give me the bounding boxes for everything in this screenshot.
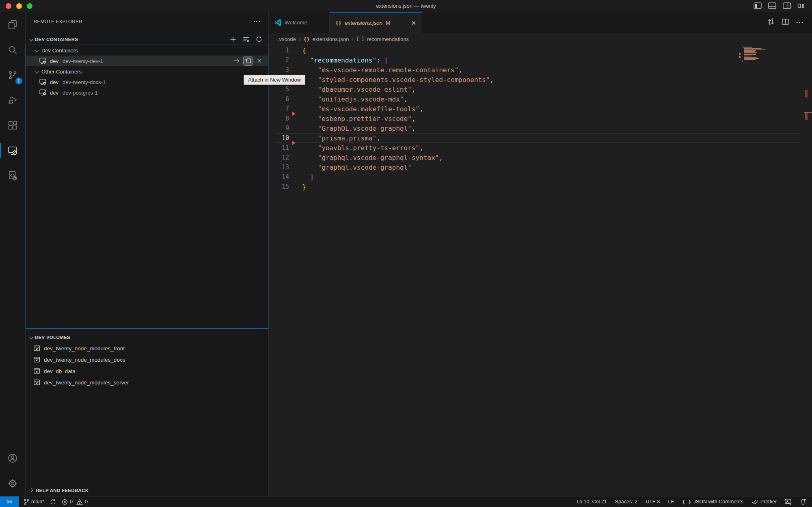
dev-containers-section-header[interactable]: DEV CONTAINERS <box>26 28 268 45</box>
line-number: 2 <box>269 56 289 64</box>
volume-row[interactable]: dev_twenty_node_modules_docs <box>26 354 268 365</box>
zoom-window-button[interactable] <box>27 3 32 9</box>
clear-filter-icon[interactable] <box>242 35 251 44</box>
git-deleted-lines-marker <box>292 112 296 116</box>
breadcrumb-symbol[interactable]: recommendations <box>367 36 409 42</box>
toggle-primary-sidebar-icon[interactable] <box>754 2 762 9</box>
tree-group-row[interactable]: Other Containers <box>26 66 268 77</box>
settings-gear-icon[interactable] <box>0 471 26 496</box>
extensions-icon[interactable] <box>0 113 26 138</box>
container-name: dev <box>50 79 58 85</box>
dev-volumes-section-header[interactable]: DEV VOLUMES <box>26 332 268 343</box>
window-title: extensions.json — twenty <box>0 3 812 9</box>
sync-icon <box>50 499 56 505</box>
source-control-icon[interactable]: 1 <box>0 63 26 88</box>
eol-sequence[interactable]: LF <box>668 499 674 505</box>
dev-volumes-list: dev_twenty_node_modules_frontdev_twenty_… <box>26 343 268 388</box>
close-tab-icon[interactable]: ✕ <box>411 19 416 27</box>
accounts-icon[interactable] <box>0 446 26 471</box>
minimize-window-button[interactable] <box>16 3 22 9</box>
split-editor-icon[interactable] <box>782 19 789 26</box>
remove-container-icon[interactable] <box>255 56 264 65</box>
sidebar-more-actions-icon[interactable]: ··· <box>253 19 261 24</box>
volume-icon <box>34 345 40 352</box>
volume-icon <box>34 356 40 363</box>
code-line[interactable]: 7 "ms-vscode.makefile-tools", <box>269 104 812 114</box>
code-line[interactable]: 6 "unifiedjs.vscode-mdx", <box>269 94 812 104</box>
close-window-button[interactable] <box>6 3 11 9</box>
add-container-icon[interactable] <box>229 35 238 44</box>
help-and-feedback-section-header[interactable]: HELP AND FEEDBACK <box>26 484 268 496</box>
code-editor[interactable]: 1{2 "recommendations": [3 "ms-vscode-rem… <box>269 45 812 496</box>
customize-layout-icon[interactable] <box>797 2 805 9</box>
container-description: dev-postgres-1 <box>63 90 98 96</box>
volume-row[interactable]: dev_twenty_node_modules_front <box>26 343 268 354</box>
container-name: dev <box>50 58 58 64</box>
attach-in-new-window-icon[interactable] <box>244 56 253 65</box>
window-controls <box>6 3 32 9</box>
code-line[interactable]: 3 "ms-vscode-remote.remote-containers", <box>269 65 812 75</box>
attach-to-container-icon[interactable] <box>232 56 241 65</box>
explorer-icon[interactable] <box>0 12 26 37</box>
overview-ruler-deletion-mark <box>805 90 808 97</box>
chevron-right-icon <box>29 488 33 492</box>
code-line[interactable]: 8 "esbenp.prettier-vscode", <box>269 114 812 123</box>
tree-container-row[interactable]: devdev-twenty-docs-1 <box>26 77 268 87</box>
vscode-logo-icon <box>274 19 281 26</box>
volume-row[interactable]: dev_db_data <box>26 365 268 377</box>
code-line[interactable]: 2 "recommendations": [ <box>269 55 812 65</box>
cursor-position[interactable]: Ln 10, Col 21 <box>577 499 607 505</box>
warnings-icon <box>76 499 83 505</box>
run-and-debug-icon[interactable] <box>0 88 26 113</box>
notifications-bell-icon[interactable] <box>800 498 806 505</box>
volume-row[interactable]: dev_twenty_node_modules_server <box>26 377 268 388</box>
code-line[interactable]: 11 "yoavbls.pretty-ts-errors", <box>269 143 812 153</box>
code-line[interactable]: 4 "styled-components.vscode-styled-compo… <box>269 75 812 84</box>
dev-containers-extension-icon[interactable] <box>0 163 26 188</box>
code-line[interactable]: 15} <box>269 182 812 192</box>
code-line[interactable]: 14 ] <box>269 172 812 182</box>
tree-container-row[interactable]: devdev-twenty-dev-1 <box>26 56 268 66</box>
problems-status[interactable]: 0 0 <box>62 499 88 505</box>
container-description: dev-twenty-docs-1 <box>63 79 106 85</box>
volume-icon <box>34 368 40 374</box>
current-line-highlight <box>275 133 801 143</box>
tab-welcome[interactable]: Welcome <box>269 12 330 33</box>
line-number: 1 <box>269 47 289 54</box>
line-number: 9 <box>269 125 289 132</box>
tab-extensions-json[interactable]: {} extensions.json M ✕ <box>330 12 422 33</box>
toggle-panel-icon[interactable] <box>768 2 776 9</box>
status-bar: >< main* 0 0 Ln 10, Col 21 Spaces: 2 UTF… <box>0 496 812 507</box>
refresh-icon[interactable] <box>255 35 263 44</box>
code-line[interactable]: 1{ <box>269 45 812 55</box>
breadcrumb-folder[interactable]: .vscode <box>278 36 296 42</box>
language-json-icon: { } <box>682 499 691 505</box>
tooltip-attach-in-new-window: Attach in New Window <box>244 75 305 85</box>
feedback-icon[interactable] <box>785 499 792 505</box>
remote-explorer-icon[interactable] <box>0 138 26 163</box>
editor-more-actions-icon[interactable]: ··· <box>796 19 804 26</box>
chevron-down-icon <box>35 69 39 73</box>
indentation[interactable]: Spaces: 2 <box>615 499 638 505</box>
open-changes-icon[interactable] <box>767 18 775 27</box>
code-line[interactable]: 12 "graphql.vscode-graphql-syntax", <box>269 153 812 162</box>
code-line[interactable]: 9 "GraphQL.vscode-graphql", <box>269 123 812 133</box>
tree-container-row[interactable]: devdev-postgres-1 <box>26 87 268 98</box>
code-line[interactable]: 5 "dbaeumer.vscode-eslint", <box>269 84 812 94</box>
search-icon[interactable] <box>0 37 26 63</box>
code-line[interactable]: 13 "graphql.vscode-graphql" <box>269 162 812 172</box>
breadcrumbs: .vscode › {} extensions.json › [ ] recom… <box>269 33 812 45</box>
minimap[interactable] <box>742 45 770 64</box>
remote-indicator[interactable]: >< <box>0 496 19 507</box>
source-control-badge: 1 <box>15 78 22 84</box>
tree-group-row[interactable]: Dev Containers <box>26 45 268 56</box>
breadcrumb-file[interactable]: extensions.json <box>313 36 349 42</box>
code-lines: 1{2 "recommendations": [3 "ms-vscode-rem… <box>269 45 812 192</box>
encoding[interactable]: UTF-8 <box>646 499 660 505</box>
line-number: 6 <box>269 95 289 103</box>
git-branch-status[interactable]: main* <box>24 499 44 505</box>
language-mode[interactable]: { } JSON with Comments <box>682 499 743 505</box>
formatter-status[interactable]: Prettier <box>752 499 777 505</box>
sync-changes-button[interactable] <box>50 499 56 505</box>
toggle-secondary-sidebar-icon[interactable] <box>783 2 791 9</box>
